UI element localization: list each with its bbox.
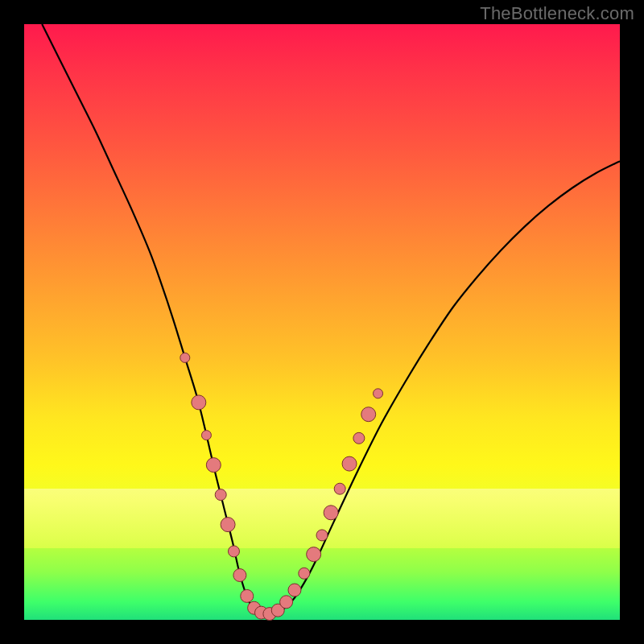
highlight-dot: [215, 489, 226, 501]
highlight-dot: [201, 431, 211, 440]
highlight-dot: [316, 530, 328, 541]
chart-frame: TheBottleneck.com: [0, 0, 644, 644]
highlight-dot: [324, 506, 338, 520]
highlight-dot: [280, 596, 293, 609]
highlight-dot: [299, 568, 310, 579]
highlight-dot: [206, 458, 221, 473]
highlight-dot: [228, 546, 239, 557]
highlight-dot: [180, 353, 190, 362]
highlight-dot: [334, 483, 345, 494]
highlight-dots-group: [180, 353, 383, 620]
highlight-dot: [192, 395, 206, 410]
chart-overlay: [24, 24, 620, 620]
watermark-text: TheBottleneck.com: [480, 3, 634, 24]
highlight-dot: [288, 584, 301, 597]
highlight-dot: [353, 432, 365, 444]
highlight-dot: [233, 569, 246, 582]
highlight-dot: [361, 407, 376, 422]
highlight-dot: [374, 389, 383, 398]
bottleneck-curve: [42, 24, 620, 614]
highlight-dot: [241, 589, 254, 602]
highlight-dot: [221, 518, 235, 532]
highlight-dot: [307, 547, 321, 562]
highlight-dot: [342, 456, 357, 471]
